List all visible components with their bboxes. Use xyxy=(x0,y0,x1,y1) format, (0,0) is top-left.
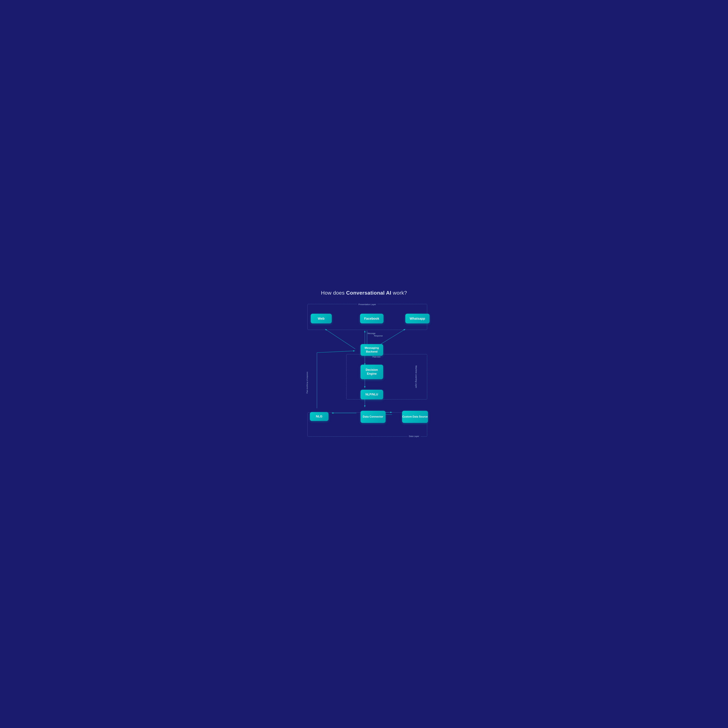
presentation-layer-label: Presentation Layer xyxy=(357,303,377,306)
ml-layer-label: Machine Learning Layer xyxy=(415,364,418,389)
nlp-nlu-node: NLP/NLU xyxy=(361,390,383,399)
nlg-node: NLG xyxy=(310,412,329,421)
ml-layer-box: Machine Learning Layer xyxy=(346,354,427,399)
response-label: Response xyxy=(374,335,383,337)
whatsapp-node: Whatsapp xyxy=(405,314,430,323)
plain-text-array-label: Plain text/Array of respones xyxy=(306,372,308,393)
custom-data-source-node: Custom Data Source xyxy=(402,411,428,423)
data-layer-label: Data Layer xyxy=(408,435,421,437)
main-container: How does Conversational AI work? xyxy=(291,283,437,445)
messaging-backend-node: Messaging Backend xyxy=(361,344,383,356)
facebook-node: Facebook xyxy=(360,314,384,323)
decision-engine-node: Decision Engine xyxy=(361,365,383,379)
message-label: Message xyxy=(368,332,376,335)
plain-text-label: Plain text xyxy=(373,356,381,358)
web-node: Web xyxy=(311,314,332,323)
diagram: Presentation Layer Machine Learning Laye… xyxy=(298,304,430,437)
page-title: How does Conversational AI work? xyxy=(298,290,430,296)
svg-line-13 xyxy=(317,351,355,353)
svg-line-4 xyxy=(325,329,355,349)
data-connector-node: Data Connector xyxy=(361,411,385,423)
